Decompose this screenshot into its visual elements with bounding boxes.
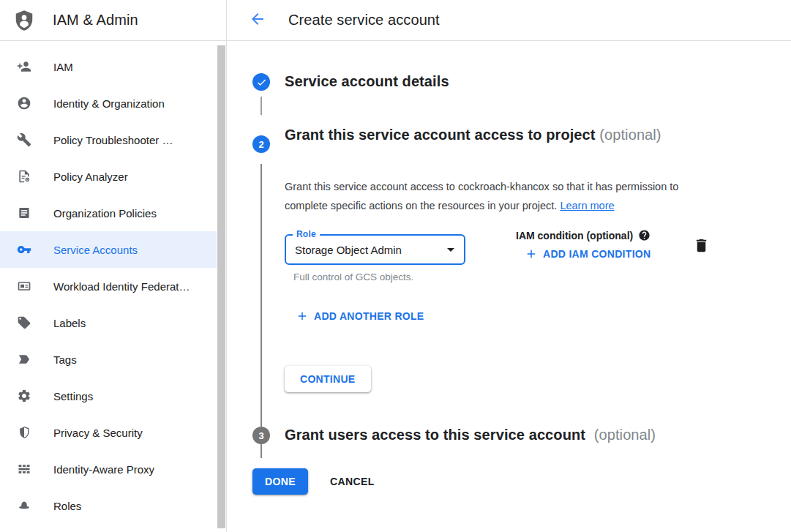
sidebar-item-organization-policies[interactable]: Organization Policies (0, 195, 217, 231)
plus-icon (525, 247, 543, 261)
half-shield-icon (17, 425, 31, 440)
page-header: Create service account (227, 0, 791, 40)
sidebar-item-label: IAM (53, 61, 73, 73)
stepper-connector (260, 97, 262, 115)
step2-description: Grant this service account access to coc… (285, 178, 724, 215)
step2-number-badge: 2 (252, 135, 270, 153)
document-lines-icon (17, 206, 31, 220)
role-field-label: Role (293, 229, 320, 239)
sidebar-item-label: Privacy & Security (53, 427, 143, 439)
done-button[interactable]: DONE (252, 468, 308, 495)
shield-person-icon (13, 10, 35, 31)
gear-icon (17, 389, 31, 403)
stepper-connector (260, 164, 262, 458)
step3-number: 3 (258, 430, 263, 441)
sidebar-item-service-accounts[interactable]: Service Accounts (0, 231, 217, 268)
sidebar-item-label: Roles (53, 500, 81, 512)
role-helper-text: Full control of GCS objects. (293, 271, 413, 282)
roles-hat-icon (17, 498, 31, 513)
sidebar-item-label: Organization Policies (53, 207, 157, 220)
proxy-grid-icon (17, 462, 31, 476)
sidebar-item-settings[interactable]: Settings (0, 378, 217, 414)
policy-analyzer-doc-icon (17, 169, 31, 184)
sidebar-scrollbar[interactable] (217, 45, 225, 528)
continue-button[interactable]: CONTINUE (285, 366, 371, 392)
step2-optional-label: (optional) (599, 127, 661, 143)
back-button[interactable] (246, 7, 269, 33)
plus-icon (296, 310, 314, 323)
sidebar-item-policy-analyzer[interactable]: Policy Analyzer (0, 158, 217, 195)
service-account-key-icon (17, 242, 31, 257)
step2-title: Grant this service account access to pro… (285, 127, 596, 143)
sidebar-item-label: Workload Identity Federat… (53, 280, 190, 293)
add-another-role-button[interactable]: ADD ANOTHER ROLE (296, 310, 424, 323)
sidebar-item-identity-aware-proxy[interactable]: Identity-Aware Proxy (0, 451, 217, 487)
step3-number-badge: 3 (252, 427, 270, 444)
step2-number: 2 (258, 139, 263, 150)
learn-more-link[interactable]: Learn more (560, 200, 614, 211)
sidebar-item-tags[interactable]: Tags (0, 341, 217, 378)
step2-heading: Grant this service account access to pro… (285, 123, 665, 147)
identity-card-icon (17, 279, 31, 293)
step3-heading: Grant users access to this service accou… (285, 427, 656, 443)
sidebar-item-iam[interactable]: IAM (0, 48, 217, 85)
add-another-role-label: ADD ANOTHER ROLE (314, 310, 424, 322)
cancel-button[interactable]: CANCEL (324, 468, 380, 495)
sidebar-item-workload-identity-federation[interactable]: Workload Identity Federat… (0, 268, 217, 304)
add-iam-condition-button[interactable]: ADD IAM CONDITION (525, 247, 651, 261)
sidebar-item-labels[interactable]: Labels (0, 304, 217, 341)
iam-condition-label-row: IAM condition (optional) (516, 229, 651, 241)
step1-title: Service account details (285, 73, 449, 90)
iam-condition-label: IAM condition (optional) (516, 230, 633, 241)
sidebar-item-label: Tags (53, 353, 77, 366)
sidebar-item-label: Labels (53, 317, 86, 329)
sidebar-item-label: Settings (53, 390, 93, 402)
label-tag-icon (17, 315, 31, 330)
person-circle-icon (17, 96, 31, 110)
sidebar-item-label: Identity-Aware Proxy (53, 463, 154, 476)
sidebar-item-roles[interactable]: Roles (0, 487, 217, 524)
sidebar-item-label: Policy Analyzer (53, 171, 128, 183)
role-selected-value: Storage Object Admin (295, 244, 442, 256)
product-title: IAM & Admin (53, 12, 138, 29)
trash-icon (693, 237, 710, 254)
sidebar-item-identity-organization[interactable]: Identity & Organization (0, 85, 217, 121)
wrench-icon (17, 132, 31, 147)
sidebar-item-privacy-security[interactable]: Privacy & Security (0, 414, 217, 451)
dropdown-arrow-icon (442, 241, 460, 258)
product-header: IAM & Admin (0, 0, 227, 40)
person-add-icon (17, 59, 31, 74)
sidebar-item-label: Policy Troubleshooter … (53, 134, 173, 146)
page-title: Create service account (288, 12, 440, 29)
step3-title: Grant users access to this service accou… (285, 427, 585, 443)
create-service-account-form: Service account details 2 Grant this ser… (228, 41, 791, 532)
role-select[interactable]: Role Storage Object Admin (285, 234, 465, 265)
sidebar-item-policy-troubleshooter[interactable]: Policy Troubleshooter … (0, 121, 217, 158)
help-circle-icon[interactable] (638, 229, 651, 241)
sidebar-item-label: Service Accounts (53, 244, 138, 256)
tag-arrow-icon (17, 352, 31, 367)
arrow-back-icon (249, 10, 266, 30)
step2-description-text: Grant this service account access to coc… (285, 181, 678, 211)
step3-optional-label: (optional) (594, 427, 656, 443)
add-iam-condition-label: ADD IAM CONDITION (543, 248, 651, 260)
iam-condition-block: IAM condition (optional) ADD IAM CONDITI… (516, 229, 651, 261)
top-header: IAM & Admin Create service account (0, 0, 791, 41)
sidebar-nav: IAM Identity & Organization Policy Troub… (0, 41, 227, 532)
sidebar-item-label: Identity & Organization (53, 97, 165, 110)
delete-role-button[interactable] (693, 237, 710, 254)
step1-complete-badge (252, 73, 270, 91)
check-icon (256, 77, 267, 88)
